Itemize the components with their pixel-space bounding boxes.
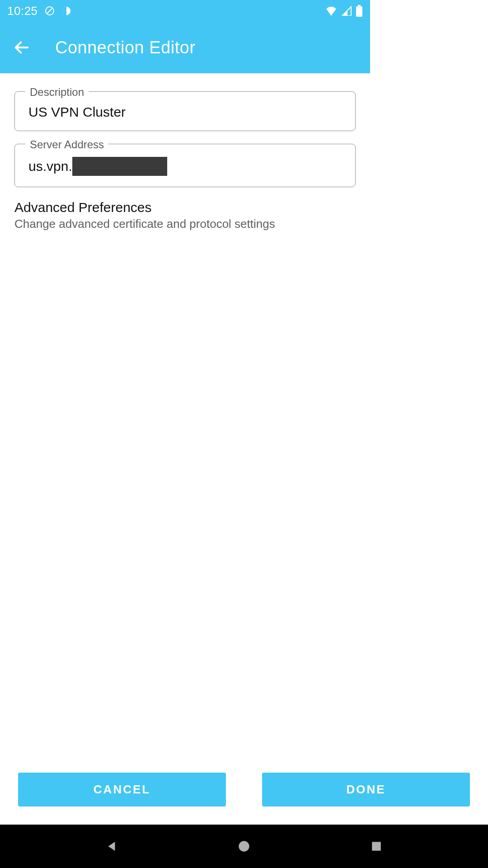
svg-rect-4 <box>356 6 362 17</box>
server-value-prefix: us.vpn. <box>28 159 72 174</box>
description-field-wrap: Description <box>14 91 356 131</box>
server-label: Server Address <box>25 138 108 151</box>
svg-line-1 <box>47 8 52 14</box>
battery-icon <box>356 5 363 17</box>
wifi-icon <box>325 6 338 16</box>
no-disturb-icon <box>44 5 55 16</box>
theme-icon <box>61 6 71 16</box>
arrow-left-icon <box>13 38 31 57</box>
description-label: Description <box>25 86 89 99</box>
status-bar: 10:25 <box>0 0 370 22</box>
server-field-wrap: Server Address us.vpn. <box>14 144 356 187</box>
app-bar: Connection Editor <box>0 22 370 73</box>
server-input-row[interactable]: us.vpn. <box>28 157 342 176</box>
advanced-title: Advanced Preferences <box>14 200 356 215</box>
description-input[interactable] <box>28 104 342 120</box>
status-right <box>325 5 363 17</box>
advanced-preferences-row[interactable]: Advanced Preferences Change advanced cer… <box>14 200 356 231</box>
status-time: 10:25 <box>7 4 38 18</box>
redacted-block <box>72 157 167 176</box>
back-button[interactable] <box>13 38 31 57</box>
advanced-subtitle: Change advanced certificate and protocol… <box>14 217 356 231</box>
content-area: Description Server Address us.vpn. Advan… <box>0 73 370 231</box>
status-left: 10:25 <box>7 4 71 18</box>
cell-signal-icon <box>341 6 352 16</box>
svg-rect-3 <box>358 5 361 6</box>
page-title: Connection Editor <box>55 38 196 57</box>
